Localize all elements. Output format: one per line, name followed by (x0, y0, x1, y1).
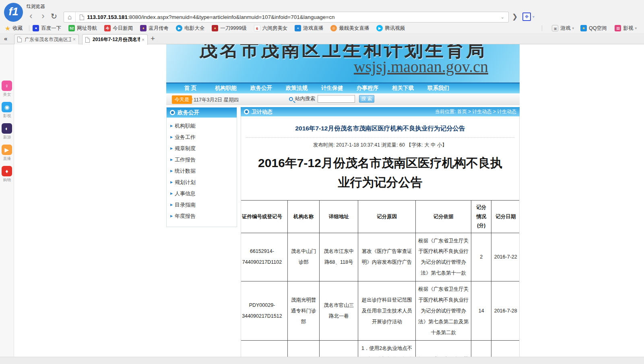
section-header: 卫计动态 当前位置: 首页 > 计生动态 > 计生动态 (241, 107, 520, 116)
table-header-cell: 机构名称 (287, 201, 320, 233)
bookmark-item[interactable]: ▶ 电影大全 (176, 25, 204, 32)
bookmark-favicon-icon: ◓ (295, 25, 301, 31)
bookmark-item[interactable]: 52 网址导航 (68, 25, 97, 32)
cell-date: 2016-7-28 (491, 281, 519, 341)
sidebar-menu-item[interactable]: 人事信息 (167, 188, 237, 199)
side-app-item[interactable]: ◐ 新游 (2, 123, 12, 140)
nav-item[interactable]: 联系我们 (421, 83, 456, 93)
sidebar-menu-item[interactable]: 规章制度 (167, 143, 237, 154)
bookmark-item[interactable]: 6 六间房美女 (254, 25, 288, 32)
section-disc-icon (244, 109, 249, 114)
bookmark-item[interactable]: 今 今日新闻 (104, 25, 133, 32)
sidebar-menu-item[interactable]: 年度报告 (167, 211, 237, 222)
cell-address: 茂名市官山三路北一巷 (320, 281, 358, 341)
cell-reason: 篡改《医疗广告审查证明》内容发布医疗广告 (358, 233, 416, 281)
side-app-icon: ♀ (2, 81, 12, 91)
side-app-icon: ♦ (2, 166, 12, 176)
cell-points: 2 (471, 233, 491, 281)
cell-institution: 茂南光明普通专科门诊部 (287, 281, 320, 341)
right-tool-list: ▣ 游戏 ▾ ★ QQ空间 ▤ 影视 ▾ (545, 25, 637, 32)
search-button[interactable]: 搜 索 (359, 95, 374, 103)
cell-basis: 根据《广东省卫生厅关于医疗机构不良执业行为记分的试行管理办法》第七条第二款及第十… (416, 281, 471, 341)
cell-institution: 茂名中山门诊部 (287, 233, 320, 281)
nav-item[interactable]: 相关下载 (385, 83, 421, 93)
table-header-cell: 详细地址 (320, 201, 358, 233)
section-title: 卫计动态 (252, 108, 272, 116)
side-app-label: 影视 (2, 113, 12, 119)
bookmark-item[interactable]: ☺ 最靓美女直播 (330, 25, 369, 32)
favorites-label[interactable]: 收藏 (12, 25, 23, 32)
table-header-cell: 记分日期 (491, 201, 519, 233)
address-dropdown-icon[interactable]: ⌄ (501, 14, 508, 20)
url-text[interactable]: 113.107.153.181:8080/index.aspx?menuid=4… (87, 14, 334, 20)
bookmark-favicon-icon: ● (33, 25, 39, 31)
toolbar-tool-item[interactable]: ▤ 影视 ▾ (615, 25, 637, 32)
bookmark-item[interactable]: ♦ 蓝月传奇 (140, 25, 169, 32)
scores-table: 证件编号或登记号机构名称详细地址记分原因记分依据记分 情况 (分)记分日期 66… (241, 200, 519, 364)
table-row: 66152914-744090217D1102 茂名中山门诊部 茂名市江东中路6… (241, 233, 519, 281)
nav-item[interactable]: 政策法规 (279, 83, 314, 93)
go-button[interactable]: ❯ (512, 12, 518, 21)
sidebar-menu-item[interactable]: 规划计划 (167, 177, 237, 188)
today-badge: 今天是 (172, 95, 192, 104)
nav-item[interactable]: 首 页 (173, 83, 208, 93)
favorites-star-icon[interactable]: ★ (5, 25, 10, 32)
sidebar-menu-item[interactable]: 机构职能 (167, 120, 237, 132)
tab-close-icon[interactable]: × (73, 37, 76, 42)
tool-icon: ▣ (552, 25, 558, 31)
cell-license-no: 66152914-744090217D1102 (241, 233, 287, 281)
bookmark-item[interactable]: ◓ 游戏直播 (295, 25, 323, 32)
bookmark-item[interactable]: ▶ 腾讯视频 (376, 25, 405, 32)
nav-item[interactable]: 计生保健 (314, 83, 350, 93)
bookmark-label: 最靓美女直播 (339, 25, 369, 32)
side-app-label: 购物 (2, 177, 12, 183)
side-app-strip: ♀ 美女 ◉ 影视 ◐ 新游 ▶ 直播 ♦ 购物 (0, 44, 14, 364)
side-app-item[interactable]: ▶ 直播 (2, 145, 12, 161)
sidebar-menu: 政务公开 机构职能 业务工作 规章制度 工作报告 统计数据 规划计划 (166, 107, 237, 227)
side-app-item[interactable]: ◉ 影视 (2, 102, 12, 119)
sidebar-menu-item[interactable]: 统计数据 (167, 165, 237, 177)
tab-collapse-icon[interactable]: « (4, 35, 7, 42)
chevron-down-icon: ▾ (572, 26, 574, 30)
toolbar-tool-item[interactable]: ▣ 游戏 ▾ (552, 25, 574, 32)
search-input[interactable] (318, 95, 355, 103)
side-app-label: 新游 (2, 134, 12, 140)
new-tab-button[interactable]: + (151, 34, 155, 43)
browser-logo: f1 (4, 3, 23, 22)
sidebar-menu-item[interactable]: 工作报告 (167, 154, 237, 165)
side-app-item[interactable]: ♦ 购物 (2, 166, 12, 183)
tab-2016-announcement-active[interactable]: 2016年7-12月份茂名市茂 × (82, 34, 148, 45)
reload-button[interactable]: ↻ (51, 12, 57, 21)
baidu-dropdown-icon[interactable]: ▾ (533, 14, 535, 19)
address-bar[interactable]: ⌂ 113.107.153.181:8080/index.aspx?menuid… (64, 12, 509, 23)
tab-guangdong-maoming[interactable]: 广东省茂名市茂南区卫生 × (14, 34, 79, 44)
bookmark-list: ● 百度一下 52 网址导航 今 今日新闻 ♦ 蓝月传奇 (33, 25, 412, 32)
home-icon[interactable]: ⌂ (64, 13, 75, 21)
forward-button[interactable]: › (38, 11, 48, 21)
sidebar-menu-item[interactable]: 业务工作 (167, 132, 237, 143)
divider (29, 25, 29, 31)
bookmark-item[interactable]: ● 百度一下 (33, 25, 61, 32)
bookmark-label: 一刀9999级 (220, 25, 246, 32)
tab-close-icon[interactable]: × (142, 37, 144, 43)
table-header-cell: 记分依据 (416, 201, 471, 233)
sidebar-list: 机构职能 业务工作 规章制度 工作报告 统计数据 规划计划 人事信息 目录指南 (167, 118, 237, 227)
nav-item[interactable]: 政务公开 (244, 83, 279, 93)
bookmark-item[interactable]: ♦ 一刀9999级 (212, 25, 246, 32)
toolbar-tool-item[interactable]: ★ QQ空间 (580, 25, 608, 32)
date-bar: 今天是 117年3月2日 星期四 站内搜索 搜 索 (166, 93, 520, 105)
bookmark-label: 游戏直播 (303, 25, 323, 32)
side-app-item[interactable]: ♀ 美女 (2, 81, 12, 97)
nav-item[interactable]: 机构职能 (208, 83, 244, 93)
back-button[interactable]: ‹ (26, 11, 36, 21)
baidu-paw-icon[interactable]: ❉ (522, 12, 531, 21)
bookmark-label: 电影大全 (184, 25, 204, 32)
bookmark-label: 六间房美女 (262, 25, 288, 32)
breadcrumb[interactable]: 当前位置: 首页 > 计生动态 > 计生动态 (435, 108, 516, 115)
window-title: f1浏览器 (27, 3, 45, 10)
sidebar-menu-item[interactable]: 目录指南 (167, 199, 237, 211)
site-search: 站内搜索 搜 索 (289, 95, 374, 103)
tab-title: 广东省茂名市茂南区卫生 (25, 36, 71, 43)
nav-item[interactable]: 办事程序 (350, 83, 385, 93)
divider (542, 25, 542, 31)
